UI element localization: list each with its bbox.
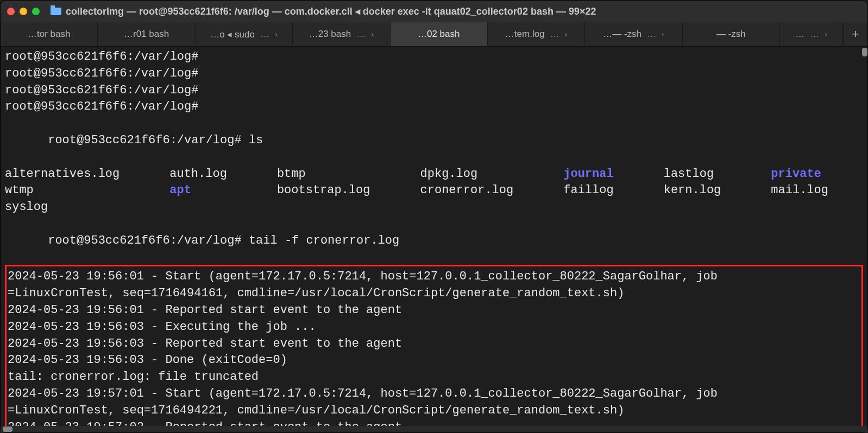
- chevron-right-icon[interactable]: ›: [371, 30, 374, 39]
- tab-label: …r01 bash: [124, 29, 169, 40]
- prompt: root@953cc621f6f6:/var/log#: [5, 100, 198, 113]
- log-line: 2024-05-23 19:56:03 - Executing the job …: [8, 319, 860, 336]
- file-name: syslog: [5, 199, 154, 216]
- tab-extra-icon: …: [647, 29, 656, 40]
- traffic-lights: [7, 8, 40, 15]
- file-name: [169, 199, 262, 216]
- chevron-right-icon[interactable]: ›: [662, 30, 664, 39]
- log-line: 2024-05-23 19:56:01 - Start (agent=172.1…: [8, 269, 860, 285]
- zoom-icon[interactable]: [32, 8, 40, 15]
- folder-icon: [51, 8, 61, 15]
- file-name: btmp: [277, 166, 405, 183]
- tab-label: — -zsh: [716, 29, 746, 40]
- log-line: tail: cronerror.log: file truncated: [8, 369, 860, 386]
- log-line: 2024-05-23 19:56:03 - Done (exitCode=0): [8, 352, 860, 369]
- prompt: root@953cc621f6f6:/var/log#: [48, 234, 241, 247]
- tab-8[interactable]: … … ›: [780, 22, 843, 46]
- tab-6[interactable]: …— -zsh … ›: [585, 22, 682, 46]
- scrollbar-thumb[interactable]: [3, 426, 12, 432]
- scrollbar-vertical[interactable]: [862, 48, 867, 56]
- log-line: 2024-05-23 19:57:02 - Reported start eve…: [8, 419, 860, 426]
- log-line: 2024-05-23 19:57:01 - Start (agent=172.1…: [8, 386, 860, 403]
- tab-3[interactable]: …23 bash … ›: [293, 22, 390, 46]
- file-name: mail.log: [771, 182, 863, 199]
- log-line: 2024-05-23 19:56:01 - Reported start eve…: [8, 302, 860, 319]
- prompt: root@953cc621f6f6:/var/log#: [5, 84, 198, 97]
- tab-5[interactable]: …tem.log … ›: [488, 22, 585, 46]
- tab-label: …— -zsh: [603, 29, 641, 40]
- tab-extra-icon: …: [810, 29, 819, 40]
- terminal-window: collectorImg — root@953cc621f6f6: /var/l…: [0, 0, 868, 433]
- tab-4[interactable]: …02 bash: [391, 22, 488, 46]
- tab-1[interactable]: …r01 bash: [98, 22, 195, 46]
- tab-label: …tem.log: [505, 29, 545, 40]
- tab-7[interactable]: — -zsh: [683, 22, 780, 46]
- prompt: root@953cc621f6f6:/var/log#: [5, 67, 198, 80]
- tab-2[interactable]: …o ◂ sudo … ›: [196, 22, 293, 46]
- file-name: lastlog: [664, 166, 756, 183]
- file-name: dpkg.log: [420, 166, 549, 183]
- dir-name: apt: [169, 182, 262, 199]
- log-line: 2024-05-23 19:56:03 - Reported start eve…: [8, 336, 860, 353]
- tab-bar: …tor bash …r01 bash …o ◂ sudo … › …23 ba…: [1, 22, 867, 47]
- log-line: =LinuxCronTest, seq=1716494221, cmdline=…: [8, 403, 860, 419]
- highlight-annotation: 2024-05-23 19:56:01 - Start (agent=172.1…: [5, 265, 863, 426]
- tab-label: …tor bash: [28, 29, 70, 40]
- scrollbar-horizontal[interactable]: [1, 426, 867, 432]
- tab-0[interactable]: …tor bash: [1, 22, 98, 46]
- command-tail: tail -f cronerror.log: [249, 234, 399, 247]
- file-name: faillog: [563, 182, 648, 199]
- tab-label: …: [795, 29, 804, 40]
- minimize-icon[interactable]: [20, 8, 27, 15]
- command-ls: ls: [249, 133, 263, 147]
- titlebar: collectorImg — root@953cc621f6f6: /var/l…: [1, 1, 867, 22]
- file-name: bootstrap.log: [277, 182, 405, 199]
- chevron-right-icon[interactable]: ›: [825, 30, 827, 39]
- prompt: root@953cc621f6f6:/var/log#: [5, 50, 198, 63]
- file-name: wtmp: [5, 182, 154, 199]
- file-name: alternatives.log: [5, 166, 154, 183]
- file-name: auth.log: [169, 166, 262, 183]
- tab-label: …23 bash: [309, 29, 351, 40]
- terminal-content[interactable]: root@953cc621f6f6:/var/log# root@953cc62…: [1, 47, 867, 426]
- file-name: kern.log: [664, 182, 756, 199]
- window-title: collectorImg — root@953cc621f6f6: /var/l…: [66, 5, 596, 17]
- ls-output: alternatives.log auth.log btmp dpkg.log …: [5, 166, 863, 216]
- file-name: cronerror.log: [420, 182, 549, 199]
- dir-name: journal: [563, 166, 648, 183]
- log-line: =LinuxCronTest, seq=1716494161, cmdline=…: [8, 285, 860, 302]
- chevron-right-icon[interactable]: ›: [275, 30, 278, 39]
- tab-label: …o ◂ sudo: [210, 29, 255, 40]
- chevron-right-icon[interactable]: ›: [565, 30, 568, 39]
- tab-extra-icon: …: [260, 29, 269, 40]
- add-tab-button[interactable]: +: [843, 22, 867, 46]
- dir-name: private: [771, 166, 863, 183]
- tab-label: …02 bash: [418, 29, 460, 40]
- prompt: root@953cc621f6f6:/var/log#: [48, 133, 241, 147]
- close-icon[interactable]: [7, 8, 15, 15]
- tab-extra-icon: …: [356, 29, 366, 40]
- tab-extra-icon: …: [550, 29, 559, 40]
